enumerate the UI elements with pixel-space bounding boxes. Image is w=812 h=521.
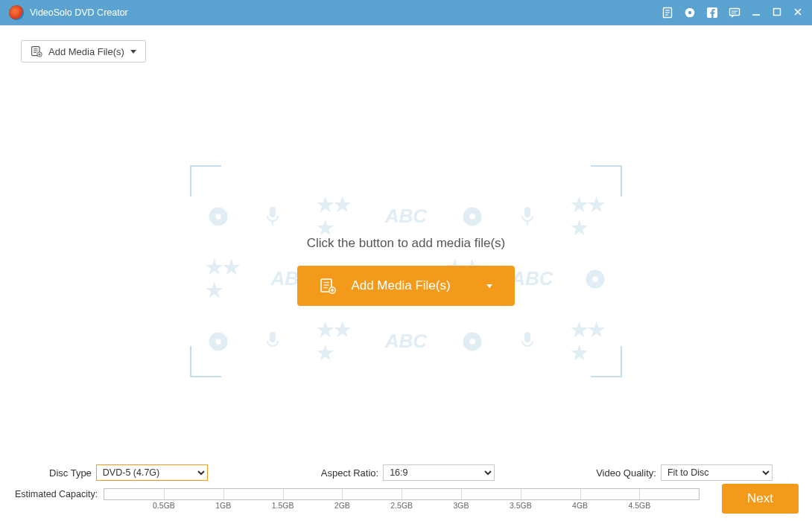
add-media-label: Add Media File(s) bbox=[48, 46, 124, 57]
svg-rect-39 bbox=[524, 332, 530, 342]
titlebar: VideoSolo DVD Creator bbox=[0, 0, 812, 25]
decorative-media-row: ★★★ ABC ★★★ bbox=[190, 194, 622, 240]
app-logo-icon bbox=[9, 5, 24, 20]
svg-point-37 bbox=[463, 332, 482, 351]
dropzone-corner bbox=[591, 346, 622, 377]
capacity-tick: 4.5GB bbox=[628, 501, 650, 510]
main-area: ★★★ ABC ★★★ ★★★ ABC ★★★ ABC ★★★ ABC ★★★ … bbox=[0, 63, 812, 479]
svg-rect-36 bbox=[270, 332, 276, 342]
svg-rect-23 bbox=[270, 207, 276, 217]
chevron-down-icon bbox=[486, 284, 492, 288]
toolbar: Add Media File(s) bbox=[0, 25, 812, 63]
svg-point-5 bbox=[688, 11, 691, 14]
capacity-tick: 0.5GB bbox=[153, 501, 175, 510]
app-title: VideoSolo DVD Creator bbox=[30, 7, 128, 18]
svg-rect-11 bbox=[774, 8, 781, 15]
capacity-tick: 3.5GB bbox=[510, 501, 532, 510]
capacity-tick: 1GB bbox=[215, 501, 231, 510]
capacity-meter: 0.5GB1GB1.5GB2GB2.5GB3GB3.5GB4GB4.5GB bbox=[104, 488, 700, 500]
minimize-button[interactable] bbox=[751, 7, 761, 19]
add-media-icon bbox=[320, 278, 336, 294]
capacity-tick: 4GB bbox=[572, 501, 588, 510]
dropzone[interactable]: ★★★ ABC ★★★ ★★★ ABC ★★★ ABC ★★★ ABC ★★★ … bbox=[190, 165, 622, 377]
add-media-icon bbox=[31, 45, 42, 57]
video-quality-select[interactable]: Fit to Disc bbox=[661, 464, 773, 481]
close-button[interactable] bbox=[793, 7, 803, 19]
capacity-tick: 2.5GB bbox=[390, 501, 413, 510]
aspect-ratio-select[interactable]: 16:9 bbox=[383, 464, 495, 481]
decorative-media-row: ★★★ ABC ★★★ bbox=[190, 319, 622, 365]
dropzone-corner bbox=[190, 165, 221, 196]
bottom-bar: Disc Type DVD-5 (4.7G) Aspect Ratio: 16:… bbox=[0, 461, 812, 521]
capacity-tick: 3GB bbox=[453, 501, 469, 510]
dropzone-corner bbox=[591, 165, 622, 196]
dropzone-corner bbox=[190, 346, 221, 377]
capacity-tick: 1.5GB bbox=[272, 501, 294, 510]
svg-rect-27 bbox=[524, 207, 530, 217]
add-media-big-button[interactable]: Add Media File(s) bbox=[297, 266, 514, 306]
svg-rect-7 bbox=[730, 9, 740, 16]
svg-point-25 bbox=[463, 207, 482, 226]
next-label: Next bbox=[747, 491, 773, 505]
svg-point-32 bbox=[586, 269, 605, 288]
svg-point-35 bbox=[215, 339, 221, 345]
dropzone-hint: Click the button to add media file(s) bbox=[307, 236, 505, 251]
chevron-down-icon bbox=[130, 50, 136, 54]
maximize-button[interactable] bbox=[772, 7, 782, 19]
feedback-icon[interactable] bbox=[729, 7, 740, 19]
disc-type-select[interactable]: DVD-5 (4.7G) bbox=[96, 464, 208, 481]
svg-point-33 bbox=[592, 276, 598, 282]
svg-point-26 bbox=[470, 214, 476, 220]
video-quality-label: Video Quality: bbox=[596, 467, 656, 479]
svg-point-21 bbox=[209, 207, 228, 226]
capacity-tick: 2GB bbox=[334, 501, 350, 510]
capacity-label: Estimated Capacity: bbox=[15, 489, 98, 499]
add-media-button[interactable]: Add Media File(s) bbox=[21, 40, 146, 63]
svg-point-38 bbox=[470, 339, 476, 345]
disc-type-label: Disc Type bbox=[49, 467, 92, 479]
aspect-ratio-label: Aspect Ratio: bbox=[321, 467, 378, 479]
facebook-icon[interactable] bbox=[706, 7, 718, 19]
svg-point-22 bbox=[215, 214, 221, 220]
add-media-big-label: Add Media File(s) bbox=[351, 278, 450, 293]
next-button[interactable]: Next bbox=[722, 484, 799, 514]
purchase-icon[interactable] bbox=[662, 7, 673, 19]
help-icon[interactable] bbox=[684, 7, 696, 19]
